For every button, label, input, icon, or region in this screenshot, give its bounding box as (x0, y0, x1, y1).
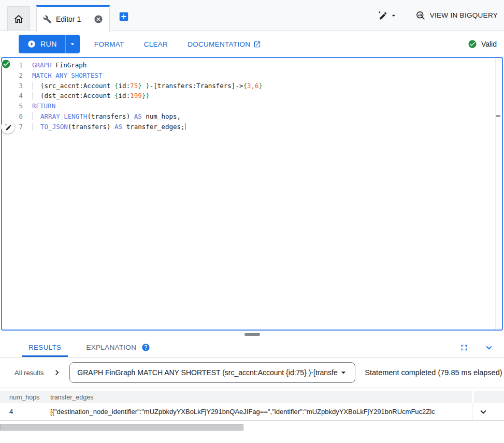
editor-vertical-scrollbar[interactable] (495, 58, 502, 330)
view-in-bigquery-button[interactable]: VIEW IN BIGQUERY (415, 10, 498, 21)
tab-strip: Editor 1 (0, 0, 504, 31)
tab-editor-1[interactable]: Editor 1 (36, 5, 110, 32)
query-icon (415, 10, 426, 21)
format-button-label: FORMAT (94, 40, 124, 48)
documentation-link-label: DOCUMENTATION (188, 40, 250, 48)
tab-explanation-label: EXPLANATION (86, 344, 136, 351)
valid-check-icon (468, 39, 477, 49)
code-lines[interactable]: 1GRAPH FinGraph2MATCH ANY SHORTEST3 (src… (2, 58, 502, 330)
code-line[interactable]: 4 (dst_accnt:Account {id:199}) (2, 91, 502, 101)
row-expand-chevron-icon[interactable] (478, 406, 489, 418)
statement-dropdown[interactable]: GRAPH FinGraph MATCH ANY SHORTEST (src_a… (69, 362, 355, 383)
run-button[interactable]: RUN (19, 35, 80, 53)
code-line[interactable]: 7 TO_JSON(transfers) AS transfer_edges; (2, 122, 502, 132)
cell-num-hops: 4 (0, 408, 50, 416)
tab-explanation[interactable]: EXPLANATION (79, 338, 157, 357)
code-line[interactable]: 5RETURN (2, 101, 502, 111)
column-header-num-hops: num_hops (0, 394, 50, 401)
gemini-pencil-icon (4, 123, 12, 131)
help-icon[interactable] (141, 343, 150, 352)
table-row[interactable]: 4 [{"destination_node_identifier":"mUZpb… (0, 403, 504, 421)
validation-status: Valid (468, 39, 497, 49)
clear-button[interactable]: CLEAR (144, 40, 168, 48)
statement-dropdown-caret-icon (338, 367, 349, 378)
results-table-header: num_hops transfer_edges (0, 391, 504, 403)
run-button-label: RUN (40, 40, 57, 48)
home-icon (13, 13, 24, 25)
results-tabbar: RESULTS EXPLANATION (0, 338, 504, 358)
dropdown-caret-icon (390, 11, 398, 20)
tab-results[interactable]: RESULTS (22, 338, 68, 357)
sql-editor[interactable]: 1GRAPH FinGraph2MATCH ANY SHORTEST3 (src… (1, 57, 503, 331)
valid-label: Valid (481, 40, 497, 48)
add-tab-button[interactable] (118, 11, 129, 22)
all-results-label: All results (15, 369, 44, 377)
code-line[interactable]: 1GRAPH FinGraph (2, 60, 502, 70)
fullscreen-icon[interactable] (459, 343, 469, 352)
horizontal-scrollbar[interactable] (0, 424, 504, 431)
tab-results-label: RESULTS (28, 344, 61, 351)
close-tab-icon[interactable] (94, 15, 103, 24)
magic-pencil-button[interactable] (375, 8, 400, 23)
documentation-link[interactable]: DOCUMENTATION (188, 40, 261, 48)
statement-success-badge (1, 59, 11, 69)
breadcrumb-chevron-icon[interactable] (52, 367, 62, 378)
cell-transfer-edges: [{"destination_node_identifier":"mUZpbkd… (50, 408, 463, 416)
line-number: 4 (2, 91, 23, 101)
run-options-button[interactable] (65, 35, 80, 53)
result-selector-row: All results GRAPH FinGraph MATCH ANY SHO… (0, 358, 504, 388)
splitter-drag-handle[interactable] (244, 333, 260, 336)
home-tab[interactable] (7, 6, 30, 31)
results-table: num_hops transfer_edges 4 [{"destination… (0, 391, 504, 421)
build-icon (43, 15, 52, 24)
code-line[interactable]: 2MATCH ANY SHORTEST (2, 70, 502, 81)
panel-splitter (0, 331, 504, 338)
code-line[interactable]: 3 (src_accnt:Account {id:75} )-[transfer… (2, 81, 502, 91)
format-button[interactable]: FORMAT (94, 40, 124, 48)
editor-scrollbar-thumb[interactable] (496, 115, 500, 117)
statement-dropdown-value: GRAPH FinGraph MATCH ANY SHORTEST (src_a… (77, 368, 338, 377)
magic-pencil-icon (377, 10, 387, 21)
line-number: 2 (2, 70, 23, 81)
horizontal-scrollbar-thumb[interactable] (0, 424, 243, 431)
run-caret-icon (68, 39, 77, 49)
query-toolbar: RUN FORMAT CLEAR DOCUMENTATION Valid (0, 31, 504, 57)
gemini-assist-button[interactable] (1, 120, 15, 134)
text-cursor (185, 123, 186, 130)
column-divider (472, 403, 472, 420)
view-in-bigquery-label: VIEW IN BIGQUERY (430, 11, 498, 19)
line-number: 5 (2, 101, 23, 111)
clear-button-label: CLEAR (144, 40, 168, 48)
add-tab-icon (118, 11, 129, 22)
column-header-transfer-edges: transfer_edges (50, 394, 463, 401)
code-line[interactable]: 6 ARRAY_LENGTH(transfers) AS num_hops, (2, 111, 502, 122)
line-number: 3 (2, 81, 23, 91)
column-divider (472, 391, 474, 403)
tab-editor-1-label: Editor 1 (56, 15, 81, 23)
play-icon (27, 39, 36, 49)
statement-status: Statement completed (79.85 ms elapsed) (365, 368, 502, 377)
collapse-results-icon[interactable] (483, 342, 495, 353)
external-link-icon (253, 40, 261, 48)
